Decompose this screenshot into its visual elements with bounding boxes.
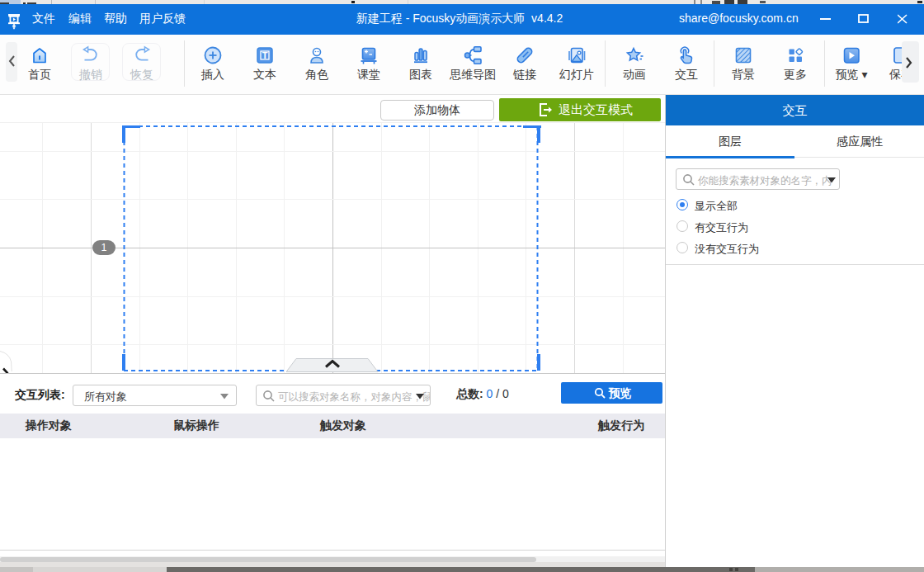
svg-text:T: T <box>262 50 268 60</box>
